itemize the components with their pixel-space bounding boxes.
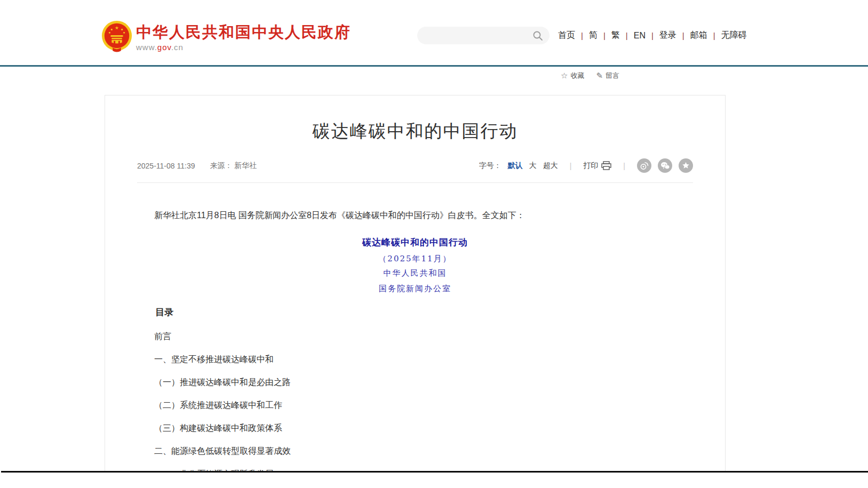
meta-separator: | bbox=[623, 162, 625, 170]
page-actions: ☆ 收藏 ✎ 留言 bbox=[561, 71, 619, 81]
toc-item: 前言 bbox=[137, 331, 693, 342]
nav-separator: | bbox=[603, 31, 606, 40]
share-wechat-button[interactable] bbox=[658, 158, 672, 173]
wechat-icon bbox=[660, 162, 670, 170]
nav-separator: | bbox=[626, 31, 628, 40]
print-button[interactable]: 打印 bbox=[583, 161, 611, 171]
document-org-line2: 国务院新闻办公室 bbox=[137, 283, 693, 294]
viewport-bottom-edge bbox=[1, 471, 868, 473]
url-prefix: www. bbox=[136, 43, 157, 52]
comment-label: 留言 bbox=[606, 71, 619, 81]
nav-item-mail[interactable]: 邮箱 bbox=[689, 30, 708, 41]
toc-heading: 目录 bbox=[137, 306, 693, 319]
site-header: 中华人民共和国中央人民政府 www.gov.cn 首页| 简| 繁| EN| 登… bbox=[0, 0, 868, 65]
toc-item: （二）系统推进碳达峰碳中和工作 bbox=[137, 399, 693, 411]
article-title: 碳达峰碳中和的中国行动 bbox=[137, 119, 693, 143]
site-brand: 中华人民共和国中央人民政府 www.gov.cn bbox=[136, 23, 351, 52]
nav-separator: | bbox=[581, 31, 583, 40]
font-size-default-button[interactable]: 默认 bbox=[508, 161, 523, 171]
share-weibo-button[interactable] bbox=[637, 158, 651, 173]
favorite-button[interactable]: ☆ 收藏 bbox=[561, 71, 584, 81]
header-divider bbox=[0, 65, 868, 67]
site-title: 中华人民共和国中央人民政府 bbox=[136, 23, 351, 41]
meta-left: 2025-11-08 11:39 来源： 新华社 bbox=[137, 161, 257, 171]
nav-item-login[interactable]: 登录 bbox=[658, 30, 678, 41]
lead-paragraph: 新华社北京11月8日电 国务院新闻办公室8日发布《碳达峰碳中和的中国行动》白皮书… bbox=[137, 210, 693, 221]
font-size-xlarge-button[interactable]: 超大 bbox=[543, 161, 558, 171]
url-gov: gov bbox=[157, 43, 171, 52]
nav-separator: | bbox=[713, 31, 715, 40]
toc-item: （三）构建碳达峰碳中和政策体系 bbox=[137, 422, 693, 434]
toc-item: 一、坚定不移推进碳达峰碳中和 bbox=[137, 354, 693, 365]
printer-icon bbox=[601, 161, 611, 170]
comment-button[interactable]: ✎ 留言 bbox=[596, 71, 619, 81]
source-label: 来源： bbox=[210, 161, 232, 170]
toc-item: 二、能源绿色低碳转型取得显著成效 bbox=[137, 445, 693, 457]
url-suffix: .cn bbox=[171, 43, 184, 52]
share-qzone-button[interactable] bbox=[679, 158, 693, 173]
top-nav: 首页| 简| 繁| EN| 登录| 邮箱| 无障碍 bbox=[557, 30, 748, 41]
pencil-icon: ✎ bbox=[596, 71, 603, 81]
favorite-label: 收藏 bbox=[570, 71, 584, 81]
star-icon: ☆ bbox=[561, 71, 568, 81]
nav-item-english[interactable]: EN bbox=[633, 31, 647, 41]
search-input[interactable] bbox=[417, 27, 532, 44]
nav-item-simplified[interactable]: 简 bbox=[588, 30, 599, 41]
font-size-large-button[interactable]: 大 bbox=[529, 161, 537, 171]
article-card: 碳达峰碳中和的中国行动 2025-11-08 11:39 来源： 新华社 字号：… bbox=[105, 95, 726, 471]
print-label: 打印 bbox=[583, 161, 598, 171]
national-emblem-logo[interactable] bbox=[100, 20, 133, 53]
meta-right: 字号： 默认 大 超大 | 打印 | bbox=[479, 158, 693, 173]
document-org-line1: 中华人民共和国 bbox=[137, 268, 693, 279]
nav-separator: | bbox=[682, 31, 684, 40]
nav-item-accessibility[interactable]: 无障碍 bbox=[720, 30, 748, 41]
meta-separator: | bbox=[570, 162, 572, 170]
national-emblem-icon bbox=[100, 20, 133, 53]
source-value[interactable]: 新华社 bbox=[234, 161, 257, 170]
article-meta: 2025-11-08 11:39 来源： 新华社 字号： 默认 大 超大 | 打… bbox=[137, 158, 693, 173]
meta-divider bbox=[137, 182, 693, 183]
nav-item-home[interactable]: 首页 bbox=[557, 30, 576, 41]
page: 中华人民共和国中央人民政府 www.gov.cn 首页| 简| 繁| EN| 登… bbox=[0, 0, 868, 488]
site-url: www.gov.cn bbox=[136, 43, 351, 52]
toc-item: （一）推进碳达峰碳中和是必由之路 bbox=[137, 377, 693, 388]
nav-separator: | bbox=[651, 31, 654, 40]
document-title: 碳达峰碳中和的中国行动 bbox=[137, 236, 693, 249]
weibo-icon bbox=[640, 161, 649, 170]
search-icon[interactable] bbox=[532, 30, 543, 41]
font-size-label: 字号： bbox=[479, 161, 501, 171]
publish-date: 2025-11-08 11:39 bbox=[137, 162, 195, 170]
nav-item-traditional[interactable]: 繁 bbox=[610, 30, 621, 41]
source: 来源： 新华社 bbox=[210, 161, 257, 171]
star-share-icon bbox=[681, 161, 690, 170]
document-date: （2025年11月） bbox=[137, 253, 693, 265]
search-box bbox=[417, 27, 550, 44]
